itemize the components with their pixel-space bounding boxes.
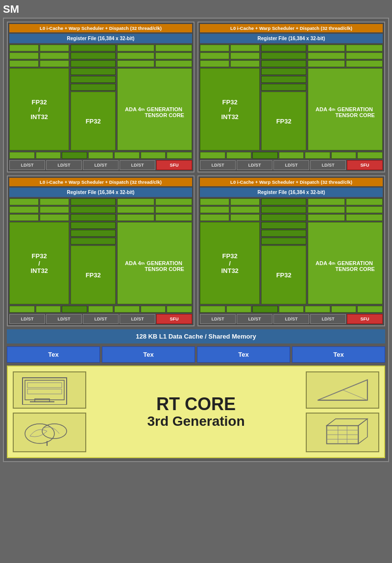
green-cell bbox=[71, 68, 116, 75]
green-cell bbox=[261, 222, 306, 229]
green-cell bbox=[88, 152, 114, 159]
green-cell bbox=[71, 84, 116, 91]
sm-container: SM L0 i-Cache + Warp Scheduler + Dispatc… bbox=[0, 0, 392, 563]
green-cell bbox=[230, 214, 260, 221]
fp32-block-4: FP32 bbox=[261, 245, 306, 304]
svg-rect-5 bbox=[27, 389, 62, 394]
tex-btn-2: Tex bbox=[102, 346, 195, 363]
main-box: L0 i-Cache + Warp Scheduler + Dispatch (… bbox=[3, 18, 389, 462]
green-cell bbox=[114, 152, 140, 159]
green-cell bbox=[117, 214, 154, 221]
ldst-btn: LD/ST bbox=[310, 160, 346, 170]
tensor-block-1: ADA 4thGENERATIONTENSOR CORE bbox=[117, 68, 192, 150]
tensor-block-4: ADA 4thGENERATIONTENSOR CORE bbox=[308, 222, 383, 304]
green-cell bbox=[308, 206, 344, 213]
green-cell bbox=[88, 306, 114, 313]
green-cell bbox=[261, 84, 306, 91]
green-cell bbox=[200, 306, 225, 313]
green-cell bbox=[261, 238, 306, 245]
green-cell bbox=[200, 52, 229, 59]
ldst-row-2: LD/ST LD/ST LD/ST LD/ST SFU bbox=[200, 160, 383, 170]
green-cell bbox=[305, 152, 330, 159]
fp32-block-3: FP32 bbox=[71, 245, 116, 304]
green-cell bbox=[71, 214, 116, 221]
green-cell bbox=[62, 306, 87, 313]
green-cell bbox=[261, 45, 306, 51]
green-cell bbox=[40, 60, 69, 67]
green-cell bbox=[36, 152, 61, 159]
ldst-btn: LD/ST bbox=[9, 314, 45, 324]
rt-icon-monitor bbox=[13, 371, 86, 409]
ldst-btn: LD/ST bbox=[83, 314, 119, 324]
green-cell bbox=[308, 52, 344, 59]
register-file-2: Register File (16,384 x 32-bit) bbox=[200, 34, 383, 43]
green-cell bbox=[114, 306, 140, 313]
green-cell bbox=[71, 206, 116, 213]
green-cell bbox=[9, 45, 39, 51]
rt-left-icons bbox=[13, 371, 86, 452]
green-cell bbox=[200, 60, 229, 67]
svg-marker-14 bbox=[327, 419, 368, 426]
rt-core-title: RT CORE bbox=[86, 394, 306, 414]
green-cell bbox=[40, 52, 69, 59]
ldst-btn: LD/ST bbox=[83, 160, 119, 170]
ldst-btn: LD/ST bbox=[9, 160, 45, 170]
green-cell bbox=[40, 214, 69, 221]
green-cell bbox=[117, 52, 154, 59]
green-cell bbox=[155, 206, 192, 213]
green-cell bbox=[117, 60, 154, 67]
svg-point-7 bbox=[42, 424, 67, 439]
svg-rect-0 bbox=[23, 378, 67, 405]
register-file-1: Register File (16,384 x 32-bit) bbox=[9, 34, 192, 43]
ldst-btn: LD/ST bbox=[200, 160, 236, 170]
green-cell bbox=[261, 52, 306, 59]
green-cell bbox=[155, 45, 192, 51]
svg-rect-1 bbox=[25, 380, 64, 400]
tex-btn-1: Tex bbox=[7, 346, 100, 363]
ldst-btn: LD/ST bbox=[237, 314, 272, 324]
green-cell bbox=[71, 45, 116, 51]
rt-icon-plant bbox=[13, 413, 86, 452]
green-cell bbox=[71, 222, 116, 229]
green-cell bbox=[308, 198, 344, 205]
fp32-block-2: FP32 bbox=[261, 92, 306, 150]
sfu-btn: SFU bbox=[156, 314, 192, 324]
green-cell bbox=[200, 45, 229, 51]
tensor-block-2: ADA 4thGENERATIONTENSOR CORE bbox=[308, 68, 383, 150]
sfu-btn: SFU bbox=[347, 314, 383, 324]
green-cell bbox=[261, 68, 306, 75]
green-cell bbox=[155, 198, 192, 205]
green-cell bbox=[226, 306, 252, 313]
green-cell bbox=[9, 60, 39, 67]
green-cell bbox=[252, 306, 278, 313]
ldst-btn: LD/ST bbox=[310, 314, 346, 324]
ldst-row-3: LD/ST LD/ST LD/ST LD/ST SFU bbox=[9, 314, 192, 324]
l0-header-4: L0 i-Cache + Warp Scheduler + Dispatch (… bbox=[200, 178, 383, 186]
green-cell bbox=[155, 214, 192, 221]
green-cell bbox=[331, 152, 357, 159]
green-cell bbox=[279, 152, 304, 159]
green-cell bbox=[9, 214, 39, 221]
green-cell bbox=[346, 198, 383, 205]
green-cell bbox=[346, 52, 383, 59]
ldst-row-1: LD/ST LD/ST LD/ST LD/ST SFU bbox=[9, 160, 192, 170]
green-cell bbox=[71, 198, 116, 205]
green-cell bbox=[155, 60, 192, 67]
quadrant-grid: L0 i-Cache + Warp Scheduler + Dispatch (… bbox=[7, 22, 385, 326]
green-cell bbox=[230, 198, 260, 205]
quadrant-1: L0 i-Cache + Warp Scheduler + Dispatch (… bbox=[7, 22, 195, 172]
quadrant-2: L0 i-Cache + Warp Scheduler + Dispatch (… bbox=[197, 22, 385, 172]
green-cell bbox=[9, 206, 39, 213]
green-cell bbox=[261, 214, 306, 221]
ldst-btn: LD/ST bbox=[46, 160, 82, 170]
green-cell bbox=[71, 52, 116, 59]
green-cell bbox=[252, 152, 278, 159]
green-cell bbox=[357, 306, 383, 313]
green-cell bbox=[40, 45, 69, 51]
sm-label: SM bbox=[3, 3, 389, 16]
green-cell bbox=[71, 230, 116, 237]
green-cell bbox=[346, 45, 383, 51]
green-cell bbox=[261, 230, 306, 237]
green-cell bbox=[261, 60, 306, 67]
svg-point-6 bbox=[25, 424, 54, 443]
